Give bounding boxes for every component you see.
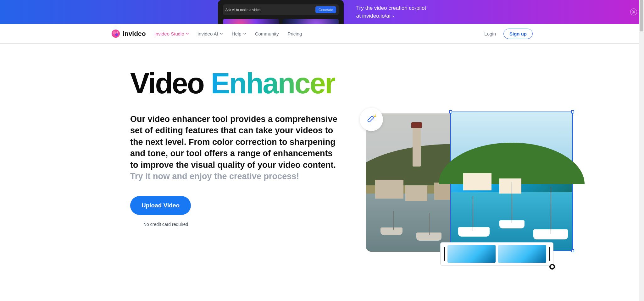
svg-point-1: [113, 31, 116, 35]
chevron-down-icon: [220, 32, 223, 35]
chevron-right-icon: ›: [392, 14, 394, 19]
promo-text: Try the video creation co-pilot at invid…: [356, 4, 426, 20]
magic-wand-icon: [366, 114, 377, 125]
hero-left-column: Our video enhancer tool provides a compr…: [130, 113, 341, 227]
magic-wand-badge: [360, 108, 383, 131]
hero-description: Our video enhancer tool provides a compr…: [130, 113, 341, 182]
svg-rect-4: [367, 116, 374, 122]
selection-handle[interactable]: [571, 249, 574, 252]
upload-video-button[interactable]: Upload Video: [130, 196, 191, 215]
svg-point-3: [117, 31, 118, 33]
timeline-frame: [498, 245, 546, 263]
logo-icon: [111, 29, 120, 38]
promo-mock-input-row: Ask AI to make a video Generate: [223, 4, 339, 15]
nav-pricing[interactable]: Pricing: [288, 31, 302, 36]
nav-label: invideo AI: [198, 31, 218, 36]
promo-mock-generate-button: Generate: [315, 6, 336, 13]
title-part-1: Video: [130, 67, 211, 99]
title-part-2: Enhancer: [211, 67, 335, 99]
svg-point-6: [551, 265, 554, 268]
main-nav: invideo Studio invideo AI Help Community…: [155, 31, 302, 36]
nav-invideo-studio[interactable]: invideo Studio: [155, 31, 189, 36]
promo-banner: Ask AI to make a video Generate Try the …: [0, 0, 644, 24]
logo[interactable]: invideo: [111, 29, 146, 38]
nav-label: Help: [232, 31, 242, 36]
promo-mock-label: Ask AI to make a video: [225, 8, 261, 12]
promo-mock-thumb: [282, 19, 339, 24]
page-scrollbar[interactable]: [639, 0, 644, 283]
nav-invideo-ai[interactable]: invideo AI: [198, 31, 223, 36]
signup-button[interactable]: Sign up: [503, 29, 533, 39]
hero-desc-muted: Try it now and enjoy the creative proces…: [130, 172, 299, 181]
logo-text: invideo: [123, 30, 146, 37]
selection-handle[interactable]: [571, 110, 574, 113]
hero-desc-main: Our video enhancer tool provides a compr…: [130, 114, 337, 170]
timeline-handle-right[interactable]: [549, 247, 550, 261]
page-title: Video Enhancer: [130, 69, 514, 98]
timeline-handle-left[interactable]: [444, 247, 445, 261]
nav-label: Pricing: [288, 31, 302, 36]
nav-label: invideo Studio: [155, 31, 184, 36]
nav-help[interactable]: Help: [232, 31, 246, 36]
nav-community[interactable]: Community: [255, 31, 279, 36]
video-timeline[interactable]: [440, 242, 553, 265]
hero-section: Video Enhancer Our video enhancer tool p…: [111, 44, 533, 283]
promo-mock-preview: Ask AI to make a video Generate: [218, 0, 344, 24]
promo-mock-thumb: [223, 19, 279, 24]
close-promo-button[interactable]: [630, 8, 637, 15]
hero-illustration: [366, 113, 555, 271]
promo-line-2: at invideo.io/ai ›: [356, 12, 426, 20]
promo-mock-thumbnails: [223, 19, 339, 24]
promo-link[interactable]: invideo.io/ai: [362, 13, 391, 19]
promo-line-1: Try the video creation co-pilot: [356, 4, 426, 12]
selection-handle[interactable]: [449, 110, 452, 113]
timeline-frame: [447, 245, 496, 263]
promo-line2-prefix: at: [356, 13, 362, 19]
cursor-icon: [549, 264, 558, 272]
chevron-down-icon: [186, 32, 189, 35]
login-link[interactable]: Login: [484, 31, 496, 36]
after-image-selection[interactable]: [450, 112, 573, 251]
svg-point-2: [115, 34, 118, 36]
no-credit-card-note: No credit card required: [143, 222, 341, 227]
scrollbar-thumb[interactable]: [640, 0, 643, 31]
chevron-down-icon: [243, 32, 246, 35]
close-icon: [632, 10, 635, 14]
header: invideo invideo Studio invideo AI Help C…: [0, 24, 644, 44]
nav-label: Community: [255, 31, 279, 36]
